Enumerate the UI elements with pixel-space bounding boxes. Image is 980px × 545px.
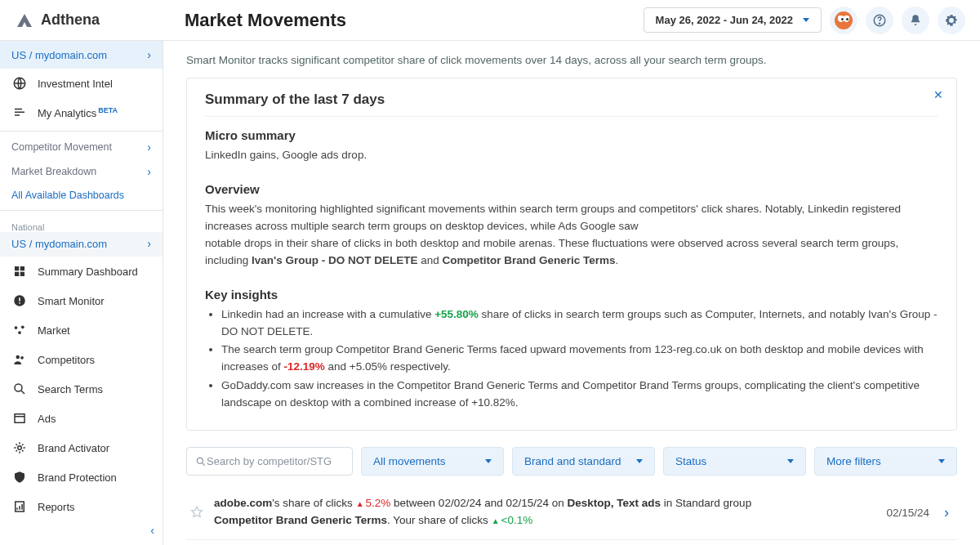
svg-rect-5 (15, 272, 19, 276)
filter-all-movements[interactable]: All movements (361, 447, 504, 476)
svg-rect-9 (19, 302, 20, 304)
star-icon[interactable] (189, 505, 204, 520)
notifications-button[interactable] (902, 7, 929, 34)
sidebar-item-label: My AnalyticsBETA (38, 106, 118, 119)
main-content: Smart Monitor tracks significant competi… (163, 0, 980, 545)
all-dashboards-link[interactable]: All Available Dashboards (0, 184, 163, 207)
svg-point-13 (16, 355, 20, 360)
svg-point-15 (15, 384, 22, 391)
caret-down-icon (787, 459, 794, 463)
settings-button[interactable] (938, 7, 965, 34)
shield-icon (11, 470, 28, 485)
svg-rect-4 (20, 266, 24, 270)
svg-point-17 (18, 446, 22, 450)
chevron-right-icon: › (147, 48, 151, 61)
date-range-label: May 26, 2022 - Jun 24, 2022 (656, 14, 793, 26)
svg-point-19 (197, 458, 203, 463)
filter-brand-standard[interactable]: Brand and standard (512, 447, 655, 476)
intro-text: Smart Monitor tracks significant competi… (186, 54, 957, 66)
caret-down-icon (485, 459, 492, 463)
insight-item: GoDaddy.com saw increases in the Competi… (221, 377, 938, 412)
expand-row-button[interactable]: › (939, 504, 954, 521)
owl-icon (835, 11, 853, 29)
collapse-sidebar-button[interactable]: ‹ (147, 520, 158, 540)
search-icon (11, 382, 28, 396)
sidebar-item-label: Smart Monitor (38, 295, 105, 307)
sidebar-item-market[interactable]: Market (0, 315, 163, 345)
page-title: Market Movements (185, 10, 346, 31)
chevron-right-icon: › (147, 237, 151, 250)
movement-row: adobe.com's share of clicks 5.2% between… (186, 485, 957, 540)
activator-icon (11, 440, 28, 455)
micro-summary-heading: Micro summary (205, 128, 938, 142)
summary-title: Summary of the last 7 days (205, 92, 938, 117)
up-arrow-icon (356, 497, 366, 509)
sidebar-sub-market-breakdown[interactable]: Market Breakdown› (0, 159, 163, 184)
sidebar-item-label: Summary Dashboard (38, 266, 138, 278)
sidebar-item-investment-intel[interactable]: Investment Intel (0, 69, 163, 98)
sidebar-item-search-terms[interactable]: Search Terms (0, 374, 163, 404)
overview-heading: Overview (205, 182, 938, 196)
market-icon (11, 323, 28, 337)
owl-avatar[interactable] (830, 7, 858, 34)
national-label: National (0, 214, 163, 232)
caret-down-icon (803, 18, 809, 22)
sidebar-item-my-analytics[interactable]: My AnalyticsBETA (0, 98, 163, 127)
filters-row: All movements Brand and standard Status … (186, 447, 957, 476)
beta-badge: BETA (98, 106, 118, 114)
brand-name: Adthena (41, 11, 100, 29)
sidebar-context[interactable]: US / mydomain.com › (0, 41, 163, 69)
sidebar-item-label: Ads (38, 413, 56, 425)
caret-down-icon (636, 459, 643, 463)
sidebar-item-label: Reports (38, 501, 75, 513)
sidebar-item-competitors[interactable]: Competitors (0, 345, 163, 374)
close-summary-button[interactable]: ✕ (933, 88, 943, 101)
help-button[interactable] (866, 7, 893, 34)
sidebar-item-smart-monitor[interactable]: Smart Monitor (0, 286, 163, 315)
movement-text: adobe.com's share of clicks 5.2% between… (214, 495, 876, 529)
sidebar-item-label: Brand Activator (38, 442, 109, 454)
sidebar: US / mydomain.com › Investment Intel My … (0, 0, 163, 545)
movement-row: adobe.com's share of clicks 5.5% between… (186, 540, 957, 545)
logo-icon (15, 11, 34, 30)
svg-rect-16 (15, 414, 24, 423)
svg-point-11 (21, 325, 24, 328)
bell-icon (908, 13, 923, 28)
analytics-icon (11, 105, 28, 120)
globe-icon (11, 76, 28, 91)
sidebar-item-reports[interactable]: Reports (0, 492, 163, 521)
caret-down-icon (938, 459, 945, 463)
date-range-picker[interactable]: May 26, 2022 - Jun 24, 2022 (644, 7, 822, 33)
svg-point-14 (20, 356, 24, 360)
help-icon (872, 13, 887, 28)
key-insights-list: Linkedin had an increase with a cumulati… (205, 306, 938, 413)
alert-icon (11, 293, 28, 308)
sidebar-item-ads[interactable]: Ads (0, 404, 163, 433)
gear-icon (944, 13, 959, 28)
insight-item: The search term group Competitor Brand G… (221, 342, 938, 376)
search-input-wrap[interactable] (186, 447, 353, 476)
sidebar-item-label: Search Terms (38, 383, 103, 395)
sidebar-context-2[interactable]: US / mydomain.com › (0, 232, 163, 257)
search-icon (195, 456, 207, 467)
dashboard-icon (11, 264, 28, 279)
sidebar-item-summary-dashboard[interactable]: Summary Dashboard (0, 257, 163, 286)
competitors-icon (11, 352, 28, 367)
filter-status[interactable]: Status (663, 447, 806, 476)
svg-rect-3 (15, 266, 19, 270)
movement-date: 02/15/24 (886, 507, 929, 519)
summary-card: ✕ Summary of the last 7 days Micro summa… (186, 78, 957, 431)
sidebar-item-brand-activator[interactable]: Brand Activator (0, 433, 163, 462)
sidebar-item-label: Investment Intel (38, 78, 113, 90)
brand-logo[interactable]: Adthena (15, 11, 170, 30)
sidebar-item-label: Brand Protection (38, 471, 117, 484)
filter-more[interactable]: More filters (814, 447, 957, 476)
sidebar-sub-competitor-movement[interactable]: Competitor Movement› (0, 135, 163, 159)
svg-point-10 (15, 326, 18, 329)
svg-point-12 (18, 331, 21, 334)
overview-text: This week's monitoring highlighted signi… (205, 201, 938, 270)
search-input[interactable] (207, 455, 344, 467)
sidebar-item-brand-protection[interactable]: Brand Protection (0, 462, 163, 492)
micro-summary-text: LinkedIn gains, Google ads drop. (205, 147, 938, 164)
topbar: Adthena Market Movements May 26, 2022 - … (0, 0, 980, 41)
